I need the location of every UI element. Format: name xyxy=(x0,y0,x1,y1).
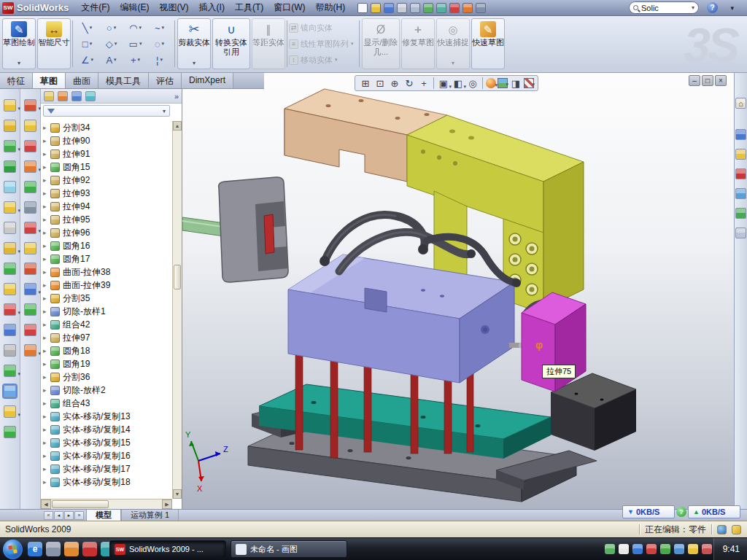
expand-arrow-icon[interactable]: ▸ xyxy=(43,452,50,459)
menu-item[interactable]: 插入(I) xyxy=(194,0,230,16)
status-sphere-icon[interactable] xyxy=(717,525,727,534)
scrollbar-thumb[interactable] xyxy=(174,265,181,289)
tray-volume-icon[interactable] xyxy=(688,544,698,554)
menu-item[interactable]: 工具(T) xyxy=(230,0,268,16)
tray-update-icon[interactable] xyxy=(619,544,629,554)
commandmanager-tab[interactable]: 草图 xyxy=(33,73,66,88)
polygon-icon[interactable]: ◇▾ xyxy=(99,36,123,52)
text-icon[interactable]: A▾ xyxy=(99,52,123,68)
tree-item[interactable]: ▸ 曲面-拉伸39 xyxy=(41,279,172,292)
expand-arrow-icon[interactable]: ▸ xyxy=(43,478,50,486)
expand-arrow-icon[interactable]: ▸ xyxy=(43,347,50,354)
tree-vertical-scrollbar[interactable]: ▲ ▼ xyxy=(172,121,182,499)
zoom-inout-icon[interactable] xyxy=(388,77,401,90)
expand-arrow-icon[interactable]: ▸ xyxy=(43,216,50,223)
tree-item[interactable]: ▸ 实体-移动/复制17 xyxy=(41,462,172,475)
reference-geometry-icon[interactable] xyxy=(4,324,16,336)
menu-item[interactable]: 编辑(E) xyxy=(115,0,155,16)
pattern-tool-icon[interactable] xyxy=(4,222,16,234)
smart-dimension-button[interactable]: 智能尺寸 xyxy=(37,18,71,69)
spline-tool-icon[interactable] xyxy=(4,365,16,377)
tree-item[interactable]: ▸ 圆角16 xyxy=(41,239,172,252)
internet-icon[interactable] xyxy=(735,208,746,219)
display-delete-relations-button[interactable]: 显示/删除几... xyxy=(362,18,400,69)
expand-arrow-icon[interactable]: ▸ xyxy=(43,360,50,368)
restore-button[interactable]: □ xyxy=(702,75,713,86)
property-manager-tab-icon[interactable] xyxy=(58,91,68,101)
separator[interactable] xyxy=(433,77,434,89)
toolbox-icon[interactable] xyxy=(476,3,486,13)
taskbar-window-button[interactable]: SW SolidWorks 2009 - ... xyxy=(109,540,226,558)
expand-arrow-icon[interactable]: ▸ xyxy=(43,242,50,249)
commandmanager-tab[interactable]: 曲面 xyxy=(66,73,98,88)
pattern-icon[interactable] xyxy=(524,78,534,88)
feature-manager-tab-icon[interactable] xyxy=(44,91,54,101)
expand-arrow-icon[interactable]: ▸ xyxy=(43,465,50,472)
tree-item[interactable]: ▸ 分割36 xyxy=(41,370,172,384)
cut-tool-icon[interactable] xyxy=(4,303,16,316)
last-tab-button[interactable]: » xyxy=(74,511,84,520)
tree-item[interactable]: ▸ 圆角19 xyxy=(41,357,172,370)
expand-arrow-icon[interactable]: ▸ xyxy=(43,268,50,276)
chevron-down-icon[interactable]: ▾ xyxy=(163,108,166,114)
tree-item[interactable]: ▸ 拉伸95 xyxy=(41,213,172,226)
first-tab-button[interactable]: « xyxy=(44,511,53,520)
expand-arrow-icon[interactable]: ▸ xyxy=(43,190,50,197)
expand-arrow-icon[interactable]: ▸ xyxy=(43,426,50,433)
tree-item[interactable]: ▸ 组合43 xyxy=(41,397,172,410)
configuration-manager-tab-icon[interactable] xyxy=(71,91,82,101)
fillet-tool-icon[interactable] xyxy=(4,242,16,254)
expand-arrow-icon[interactable]: ▸ xyxy=(43,281,50,289)
rotate-tool-icon[interactable] xyxy=(24,262,36,275)
document-tab[interactable]: 运动算例 1 xyxy=(121,510,179,521)
expand-arrow-icon[interactable]: ▸ xyxy=(43,137,50,144)
menu-item[interactable]: 文件(F) xyxy=(76,0,115,16)
close-button[interactable]: × xyxy=(715,75,727,86)
snap-tool-icon[interactable] xyxy=(4,405,16,418)
save-icon[interactable] xyxy=(384,3,394,13)
taskbar-window-button[interactable]: 未命名 - 画图 xyxy=(231,540,347,558)
help-bubble-icon[interactable]: ? xyxy=(676,507,686,517)
curves-tool-icon[interactable] xyxy=(4,344,16,357)
search-icon[interactable] xyxy=(735,168,746,179)
slot-icon[interactable]: ▭▾ xyxy=(123,36,147,52)
taskbar-clock[interactable]: 9:41 xyxy=(713,538,747,560)
dimxpert-manager-tab-icon[interactable] xyxy=(85,91,96,101)
new-document-icon[interactable] xyxy=(357,3,368,13)
tray-battery-icon[interactable] xyxy=(702,544,712,554)
line-icon[interactable]: ╲▾ xyxy=(75,20,99,36)
rotate-view-icon[interactable] xyxy=(403,77,416,90)
yellow-tool-icon[interactable] xyxy=(24,242,36,254)
ie-icon[interactable]: e xyxy=(28,542,42,556)
expand-arrow-icon[interactable]: ▸ xyxy=(43,295,50,302)
prev-tab-button[interactable]: ◂ xyxy=(54,511,63,520)
view-orientation-icon[interactable] xyxy=(437,77,450,90)
expand-arrow-icon[interactable]: ▸ xyxy=(43,124,50,131)
mirror-entities-button[interactable]: ⇄ 镜向实体 xyxy=(289,20,356,36)
tree-item[interactable]: ▸ 圆角18 xyxy=(41,344,172,357)
expand-arrow-icon[interactable]: ▸ xyxy=(43,413,50,420)
commandmanager-tab[interactable]: DimXpert xyxy=(182,73,233,88)
slide-clamp[interactable] xyxy=(182,177,288,282)
scroll-right-icon[interactable]: ▶ xyxy=(162,499,172,509)
tree-item[interactable]: ▸ 拉伸93 xyxy=(41,187,172,200)
linear-sketch-pattern-button[interactable]: ≡ 线性草图阵列 ▾ xyxy=(289,36,356,52)
convert-entities-button[interactable]: 转换实体引用 xyxy=(212,18,250,69)
expand-arrow-icon[interactable]: ▸ xyxy=(43,439,50,446)
commandmanager-tab[interactable]: 评估 xyxy=(149,73,182,88)
print-preview-icon[interactable] xyxy=(410,3,420,13)
spline-j-icon[interactable] xyxy=(4,426,16,438)
appearance-icon[interactable] xyxy=(486,78,496,88)
menu-item[interactable]: 窗口(W) xyxy=(268,0,310,16)
orange-tool-icon[interactable] xyxy=(24,344,36,357)
tray-network-icon[interactable] xyxy=(605,544,615,554)
show-desktop-icon[interactable] xyxy=(46,542,61,556)
circle-icon[interactable]: ○▾ xyxy=(99,20,123,36)
home-icon[interactable]: ⌂ xyxy=(735,98,746,109)
panel-chevron-icon[interactable]: » xyxy=(174,92,179,101)
expand-arrow-icon[interactable]: ▸ xyxy=(43,386,50,394)
sketch-button[interactable]: 草图绘制 ▾ xyxy=(2,18,36,69)
expand-arrow-icon[interactable]: ▸ xyxy=(43,255,50,262)
tree-item[interactable]: ▸ 实体-移动/复制14 xyxy=(41,423,172,436)
tree-item[interactable]: ▸ 圆角15 xyxy=(41,160,172,174)
